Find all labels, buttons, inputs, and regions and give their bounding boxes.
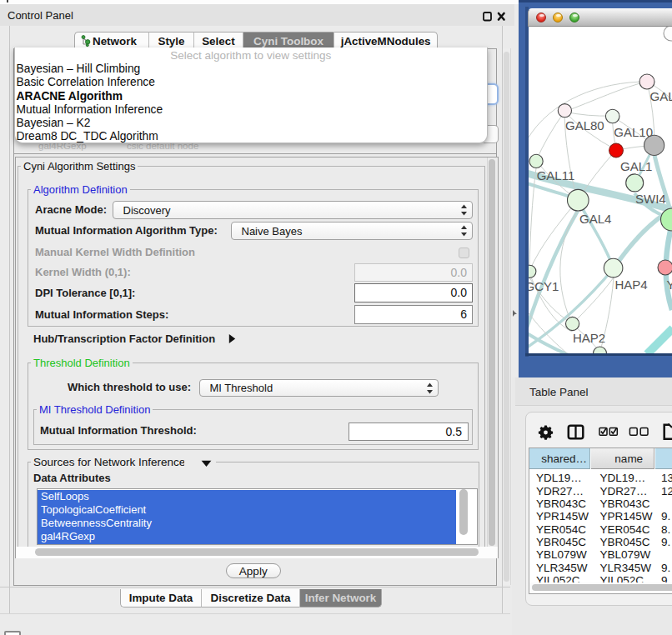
svg-text:GAL4: GAL4	[579, 212, 611, 226]
svg-text:GAL80: GAL80	[565, 118, 604, 132]
svg-text:HAP4: HAP4	[615, 278, 648, 292]
svg-text:Y: Y	[667, 278, 672, 292]
svg-text:GAL10: GAL10	[614, 125, 653, 139]
svg-text:SWI4: SWI4	[635, 192, 666, 206]
svg-text:HAP2: HAP2	[573, 331, 605, 345]
svg-text:GAL7: GAL7	[650, 89, 672, 103]
svg-text:GAL1: GAL1	[620, 159, 652, 173]
svg-text:GCY1: GCY1	[529, 279, 559, 293]
svg-text:GAL11: GAL11	[537, 168, 575, 182]
